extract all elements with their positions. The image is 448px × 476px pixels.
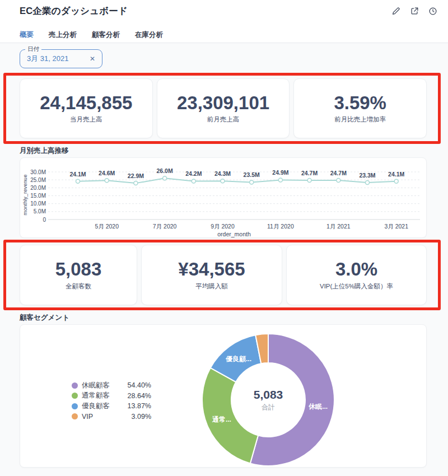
line-chart-svg: 30.0M25.0M20.0M15.0M10.0M5.0M0monthly_re… <box>20 158 427 239</box>
kpi-label: 当月売上高 <box>70 115 102 124</box>
svg-text:10.0M: 10.0M <box>30 200 46 207</box>
svg-text:5月 2020: 5月 2020 <box>95 223 119 230</box>
kpi-card-average-purchase[interactable]: ¥34,565 平均購入額 <box>141 245 282 305</box>
svg-text:11月 2020: 11月 2020 <box>267 223 294 230</box>
legend-percent: 54.40% <box>122 381 151 389</box>
svg-text:23.5M: 23.5M <box>244 171 260 178</box>
export-icon[interactable] <box>409 6 419 16</box>
kpi-label: 前月比売上増加率 <box>334 115 386 124</box>
svg-text:20.0M: 20.0M <box>30 185 46 191</box>
svg-text:24.1M: 24.1M <box>388 171 404 178</box>
kpi-value: 3.0% <box>335 259 377 279</box>
customer-segment-donut-chart[interactable]: 休眠顧客54.40%通常顧客28.64%優良顧客13.87%VIP3.09% 休… <box>20 324 427 468</box>
legend-color-dot <box>72 413 78 419</box>
svg-text:休眠...: 休眠... <box>308 403 328 410</box>
legend-item-通常顧客[interactable]: 通常顧客28.64% <box>72 391 151 402</box>
svg-text:24.3M: 24.3M <box>214 170 231 177</box>
svg-text:23.3M: 23.3M <box>359 172 375 179</box>
svg-text:7月 2020: 7月 2020 <box>153 223 177 230</box>
svg-text:5,083: 5,083 <box>254 388 283 401</box>
svg-text:25.0M: 25.0M <box>30 177 46 183</box>
edit-icon[interactable] <box>391 6 401 16</box>
svg-text:0: 0 <box>43 217 46 223</box>
svg-text:22.9M: 22.9M <box>128 172 144 179</box>
svg-text:通常...: 通常... <box>212 416 231 423</box>
svg-text:24.1M: 24.1M <box>69 171 86 178</box>
page-title: EC企業のダッシュボード <box>20 5 128 17</box>
customer-kpi-row: 5,083 全顧客数 ¥34,565 平均購入額 3.0% VIP(上位5%購入… <box>20 245 427 305</box>
svg-text:24.6M: 24.6M <box>99 170 115 176</box>
legend-percent: 28.64% <box>122 392 151 400</box>
dashboard-page: EC企業のダッシュボード 概要 売上分析 顧客分析 在庫分析 日付 3月 31,… <box>0 0 448 476</box>
legend-item-優良顧客[interactable]: 優良顧客13.87% <box>72 401 151 412</box>
svg-text:合計: 合計 <box>262 403 275 411</box>
kpi-card-current-month-sales[interactable]: 24,145,855 当月売上高 <box>20 78 153 138</box>
svg-text:優良顧...: 優良顧... <box>225 355 251 363</box>
kpi-value: 3.59% <box>334 93 386 113</box>
legend-name: 通常顧客 <box>82 391 122 400</box>
date-filter-label: 日付 <box>25 45 41 53</box>
monthly-revenue-line-chart[interactable]: 30.0M25.0M20.0M15.0M10.0M5.0M0monthly_re… <box>20 157 427 238</box>
legend-color-dot <box>72 382 78 389</box>
svg-text:26.0M: 26.0M <box>157 167 173 174</box>
kpi-label: 前月売上高 <box>207 115 240 124</box>
sales-kpi-row: 24,145,855 当月売上高 23,309,101 前月売上高 3.59% … <box>20 78 427 138</box>
svg-text:24.7M: 24.7M <box>301 170 318 176</box>
legend-item-休眠顧客[interactable]: 休眠顧客54.40% <box>72 380 151 391</box>
legend-name: 休眠顧客 <box>82 381 122 390</box>
kpi-label: 平均購入額 <box>195 282 228 291</box>
svg-text:24.7M: 24.7M <box>330 170 347 176</box>
legend-item-VIP[interactable]: VIP3.09% <box>72 412 151 422</box>
kpi-value: 24,145,855 <box>40 93 132 113</box>
kpi-label: VIP(上位5%購入金額）率 <box>320 282 393 291</box>
svg-text:1月 2021: 1月 2021 <box>326 223 351 230</box>
legend-percent: 3.09% <box>122 413 151 421</box>
donut-legend: 休眠顧客54.40%通常顧客28.64%優良顧客13.87%VIP3.09% <box>72 380 151 422</box>
svg-text:24.2M: 24.2M <box>185 170 202 177</box>
customer-segment-title: 顧客セグメント <box>20 313 69 323</box>
svg-text:5.0M: 5.0M <box>34 208 46 214</box>
kpi-value: ¥34,565 <box>178 259 245 279</box>
svg-text:30.0M: 30.0M <box>30 169 46 175</box>
kpi-card-growth-rate[interactable]: 3.59% 前月比売上増加率 <box>293 78 427 138</box>
monthly-trend-title: 月別売上高推移 <box>20 146 69 156</box>
legend-percent: 13.87% <box>122 402 151 410</box>
svg-text:3月 2021: 3月 2021 <box>384 223 408 230</box>
kpi-card-total-customers[interactable]: 5,083 全顧客数 <box>20 245 137 305</box>
header-actions <box>391 6 438 16</box>
kpi-value: 5,083 <box>55 259 102 279</box>
svg-text:24.9M: 24.9M <box>272 169 288 176</box>
legend-color-dot <box>72 393 78 399</box>
date-filter-value: 3月 31, 2021 <box>27 54 90 64</box>
history-icon[interactable] <box>428 6 438 16</box>
kpi-card-vip-rate[interactable]: 3.0% VIP(上位5%購入金額）率 <box>286 245 427 305</box>
legend-color-dot <box>72 403 78 409</box>
svg-text:monthly_revenue: monthly_revenue <box>22 175 28 216</box>
svg-text:9月 2020: 9月 2020 <box>211 223 235 230</box>
date-filter-input[interactable]: 日付 3月 31, 2021 ✕ <box>20 49 102 68</box>
kpi-label: 全顧客数 <box>66 282 91 291</box>
kpi-value: 23,309,101 <box>177 93 269 113</box>
clear-filter-icon[interactable]: ✕ <box>90 55 95 63</box>
legend-name: 優良顧客 <box>82 402 122 411</box>
svg-text:15.0M: 15.0M <box>30 193 46 199</box>
svg-text:order_month: order_month <box>217 231 251 237</box>
kpi-card-previous-month-sales[interactable]: 23,309,101 前月売上高 <box>157 78 290 138</box>
legend-name: VIP <box>82 413 122 421</box>
donut-plot: 休眠...通常...優良顧...5,083合計 <box>184 324 352 468</box>
donut-svg: 休眠...通常...優良顧...5,083合計 <box>184 324 352 468</box>
